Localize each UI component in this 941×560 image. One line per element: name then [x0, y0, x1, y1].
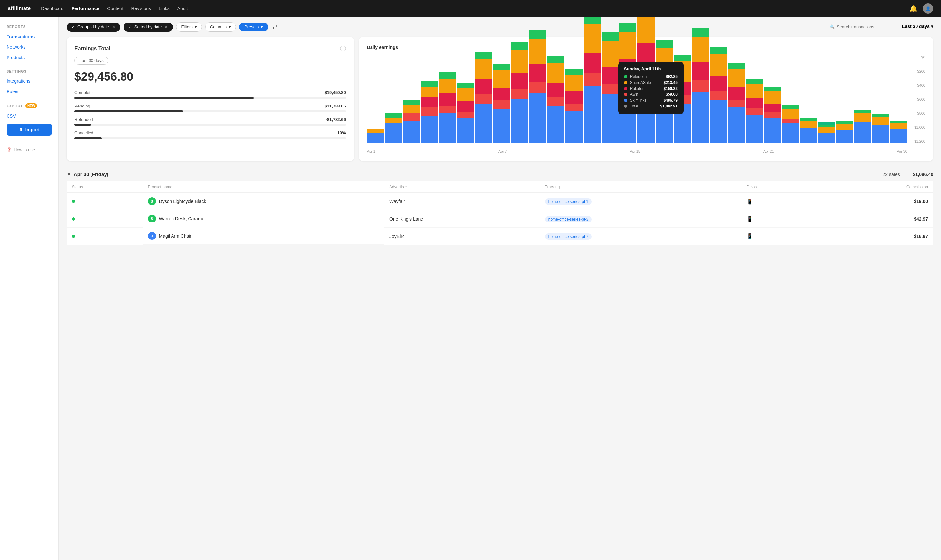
tooltip-dot-3 [624, 93, 627, 96]
bar-segment-29-2 [890, 120, 907, 123]
pending-progress-fill [74, 111, 183, 112]
avatar[interactable]: 👤 [923, 3, 933, 14]
bar-segment-22-2 [764, 104, 781, 112]
tooltip-rows: Refersion $92.85 ShareASale $213.45 Raku… [624, 74, 678, 108]
sidebar-item-transactions[interactable]: Transactions [0, 31, 58, 42]
columns-dropdown[interactable]: Columns ▾ [205, 22, 236, 32]
export-label-row: EXPORT NEW [0, 103, 58, 111]
bell-icon[interactable]: 🔔 [909, 5, 918, 12]
search-input[interactable] [837, 25, 896, 29]
refunded-value: -$1,782.66 [326, 117, 346, 122]
status-cell-0 [67, 193, 143, 211]
nav-content[interactable]: Content [107, 6, 123, 11]
adjust-icon[interactable]: ⇄ [273, 23, 278, 31]
close-sorted-icon[interactable]: ✕ [165, 25, 168, 30]
bar-segment-6-4 [475, 52, 492, 60]
bar-segment-8-0 [511, 99, 528, 143]
bar-segment-12-2 [584, 53, 601, 73]
bar-segment-24-2 [800, 118, 817, 120]
grouped-by-date-chip[interactable]: ✓ Grouped by date ✕ [67, 23, 120, 32]
date-range-button[interactable]: Last 30 days ▾ [902, 24, 933, 31]
earnings-complete-row: Complete $19,450.80 [74, 90, 346, 95]
bar-group-20 [728, 55, 745, 143]
sidebar-item-integrations[interactable]: Integrations [0, 76, 58, 86]
product-name-0: Dyson Lightcycle Black [159, 198, 206, 204]
bar-segment-5-0 [457, 118, 474, 143]
bar-segment-22-1 [764, 112, 781, 118]
bar-segment-17-4 [674, 55, 691, 62]
bar-stack-8 [511, 42, 528, 143]
complete-label: Complete [74, 90, 93, 95]
bar-segment-24-0 [800, 128, 817, 143]
bar-stack-10 [547, 56, 564, 143]
commission-cell-2: $16.97 [820, 228, 933, 245]
nav-links[interactable]: Links [159, 6, 169, 11]
filters-dropdown[interactable]: Filters ▾ [176, 22, 201, 32]
nav-performance[interactable]: Performance [72, 6, 100, 11]
presets-button[interactable]: Presets ▾ [239, 23, 268, 31]
upload-icon: ⬆ [19, 127, 23, 132]
bar-segment-7-1 [493, 100, 510, 109]
bar-group-28 [872, 55, 889, 143]
bar-segment-10-3 [547, 63, 564, 83]
tooltip-val-1: $213.45 [663, 80, 677, 85]
bar-segment-1-0 [385, 123, 402, 143]
bar-segment-10-2 [547, 83, 564, 97]
th-product: Product name [143, 182, 384, 193]
product-name-2: Magil Arm Chair [159, 233, 192, 238]
bar-segment-3-3 [421, 86, 438, 97]
bar-segment-10-1 [547, 97, 564, 106]
tooltip-dot-0 [624, 75, 627, 78]
sidebar-item-products[interactable]: Products [0, 52, 58, 63]
bar-segment-25-3 [818, 122, 835, 125]
sidebar-item-rules[interactable]: Rules [0, 86, 58, 97]
chart-area: $1,200 $1,000 $800 $600 $400 $200 $0 Apr… [367, 55, 925, 153]
sidebar-item-networks[interactable]: Networks [0, 42, 58, 52]
bar-segment-12-4 [584, 17, 601, 24]
device-cell-1: 📱 [741, 210, 820, 228]
bar-stack-20 [728, 63, 745, 143]
date-range-label: Last 30 days [902, 24, 930, 29]
chevron-icon: ▼ [67, 172, 71, 177]
date-group-header[interactable]: ▼ Apr 30 (Friday) 22 sales $1,086.40 [67, 168, 933, 182]
import-label: Import [26, 127, 40, 132]
commission-cell-1: $42.97 [820, 210, 933, 228]
bar-stack-29 [890, 120, 907, 143]
bar-segment-13-0 [601, 94, 618, 143]
x-apr15: Apr 15 [630, 149, 640, 153]
bar-segment-19-1 [710, 91, 727, 100]
nav-revisions[interactable]: Revisions [131, 6, 151, 11]
bar-group-18 [692, 55, 709, 143]
bar-segment-19-0 [710, 100, 727, 143]
tooltip-val-3: $59.60 [666, 92, 678, 97]
earnings-refunded-row: Refunded -$1,782.66 [74, 117, 346, 122]
bar-segment-19-4 [710, 47, 727, 54]
close-grouped-icon[interactable]: ✕ [112, 25, 116, 30]
tooltip-dot-5 [624, 105, 627, 108]
device-icon-0: 📱 [747, 198, 753, 204]
logo: affilimate [8, 6, 31, 11]
advertiser-cell-2: JoyBird [384, 228, 540, 245]
tooltip-row-4: Skimlinks $486.79 [624, 98, 678, 103]
tooltip-label-0: Refersion [630, 74, 663, 79]
sorted-by-date-chip[interactable]: ✓ Sorted by date ✕ [123, 23, 173, 32]
tooltip-val-2: $150.22 [663, 86, 677, 91]
info-icon[interactable]: ⓘ [340, 45, 346, 52]
bar-group-23 [782, 55, 799, 143]
bar-segment-12-3 [584, 24, 601, 53]
how-to-use[interactable]: ❓ How to use [0, 142, 58, 152]
bar-group-9 [529, 55, 546, 143]
bar-stack-25 [818, 122, 835, 143]
sidebar-item-csv[interactable]: CSV [0, 111, 58, 121]
nav-dashboard[interactable]: Dashboard [41, 6, 64, 11]
chevron-down-icon-3: ▾ [261, 25, 263, 29]
bar-segment-9-3 [529, 38, 546, 64]
bar-stack-19 [710, 47, 727, 143]
cards-row: Earnings Total ⓘ Last 30 days $29,456.80… [67, 37, 933, 161]
nav-audit[interactable]: Audit [177, 6, 188, 11]
import-button[interactable]: ⬆ Import [6, 124, 52, 135]
table-head: Status Product name Advertiser Tracking … [67, 182, 933, 193]
table-row: S Dyson Lightcycle Black Wayfair home-of… [67, 193, 933, 211]
advertiser-cell-1: One King's Lane [384, 210, 540, 228]
bar-group-5 [457, 55, 474, 143]
